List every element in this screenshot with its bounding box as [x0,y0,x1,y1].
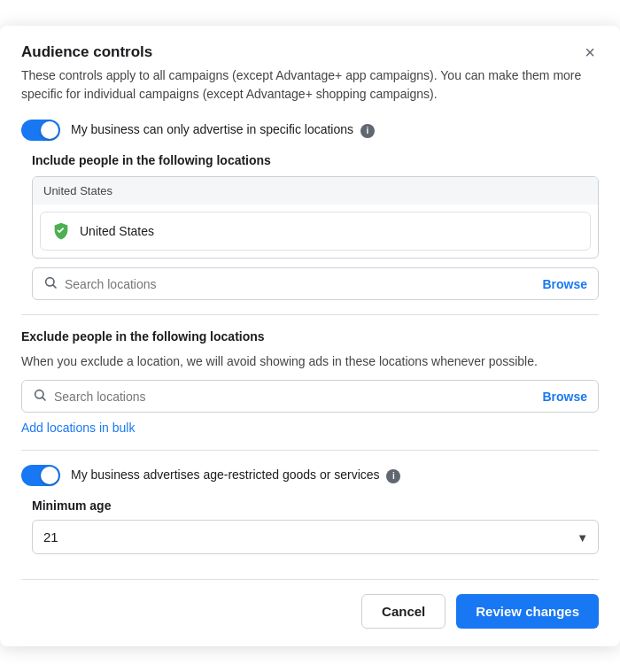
audience-controls-modal: Audience controls × These controls apply… [0,26,620,646]
modal-title: Audience controls [21,43,152,61]
include-section-label: Include people in the following location… [32,153,599,167]
age-section: Minimum age 13 18 19 21 25 ▼ [21,498,599,554]
location-item: United States [40,212,591,251]
include-search-row[interactable]: Browse [32,267,599,300]
exclude-section-label: Exclude people in the following location… [21,329,599,344]
cancel-button[interactable]: Cancel [361,594,446,629]
specific-locations-toggle-row: My business can only advertise in specif… [21,120,599,141]
age-restricted-toggle[interactable] [21,465,60,486]
include-section: Include people in the following location… [21,153,599,300]
exclude-browse-button[interactable]: Browse [542,390,587,404]
age-restricted-toggle-row: My business advertises age-restricted go… [21,465,599,486]
include-location-box: United States United States [32,176,599,259]
exclude-search-input[interactable] [54,390,535,404]
include-browse-button[interactable]: Browse [542,277,587,291]
age-restricted-info-icon[interactable]: i [386,469,400,483]
include-search-icon [43,275,58,292]
close-button[interactable]: × [581,43,599,61]
svg-line-3 [43,398,45,400]
specific-locations-toggle[interactable] [21,120,60,141]
specific-locations-info-icon[interactable]: i [360,124,375,138]
exclude-search-icon [33,388,47,405]
age-select-wrapper: 13 18 19 21 25 ▼ [32,520,599,554]
shield-icon [51,221,71,241]
review-changes-button[interactable]: Review changes [456,594,599,629]
section-divider [21,314,599,315]
include-search-input[interactable] [65,277,535,291]
section-divider-2 [21,450,599,451]
exclude-search-row[interactable]: Browse [21,380,599,413]
modal-header: Audience controls × [21,43,599,61]
age-select[interactable]: 13 18 19 21 25 [32,520,599,554]
location-group-header: United States [33,177,598,205]
modal-description: These controls apply to all campaigns (e… [21,66,599,104]
modal-footer: Cancel Review changes [21,579,599,629]
age-restricted-label: My business advertises age-restricted go… [71,467,400,483]
exclude-description: When you exclude a location, we will avo… [21,352,599,371]
specific-locations-label: My business can only advertise in specif… [71,122,375,137]
svg-line-1 [53,285,56,288]
add-bulk-link[interactable]: Add locations in bulk [21,421,135,435]
location-item-name: United States [80,224,154,238]
min-age-label: Minimum age [32,498,599,513]
